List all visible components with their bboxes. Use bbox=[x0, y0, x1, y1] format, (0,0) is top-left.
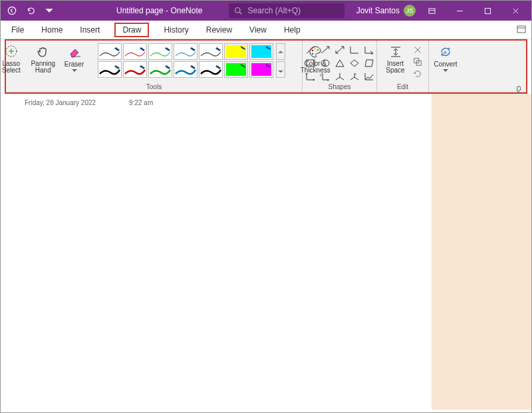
ribbon-highlight: I Type Lasso Select Panning Hand Eraser bbox=[5, 39, 527, 94]
highlighter-magenta[interactable] bbox=[249, 61, 273, 78]
lasso-select-button[interactable]: Lasso Select bbox=[0, 43, 25, 75]
highlighter-cyan[interactable] bbox=[249, 43, 273, 60]
shape-elbow[interactable] bbox=[348, 45, 360, 55]
collapse-ribbon-icon[interactable] bbox=[517, 25, 526, 36]
search-box[interactable]: Search (Alt+Q) bbox=[229, 3, 344, 18]
convert-label: Convert bbox=[434, 61, 458, 68]
convert-button[interactable]: a Convert bbox=[432, 43, 460, 74]
highlighter-yellow[interactable] bbox=[224, 43, 248, 60]
shapes-group-label: Shapes bbox=[329, 82, 351, 90]
pen-thin-black[interactable] bbox=[98, 43, 122, 60]
chevron-down-icon bbox=[443, 69, 448, 72]
page-area: Friday, 28 January 2022 9:22 am bbox=[1, 94, 531, 410]
menu-view[interactable]: View bbox=[247, 23, 269, 37]
hand-icon bbox=[36, 45, 51, 59]
shape-axes-2d-labeled[interactable]: yx bbox=[319, 71, 331, 82]
tools-group: I Type Lasso Select Panning Hand Eraser bbox=[6, 41, 303, 92]
page-date: Friday, 28 January 2022 bbox=[25, 99, 96, 106]
pen-thin-blue[interactable] bbox=[174, 43, 198, 60]
search-icon bbox=[234, 7, 242, 15]
page-canvas[interactable]: Friday, 28 January 2022 9:22 am bbox=[1, 94, 432, 410]
shape-double-arrow[interactable] bbox=[334, 45, 346, 55]
pan-label: Panning Hand bbox=[30, 61, 57, 74]
convert-icon: a bbox=[438, 45, 453, 59]
menu-help[interactable]: Help bbox=[281, 23, 303, 37]
svg-rect-11 bbox=[307, 60, 315, 67]
svg-text:y: y bbox=[320, 72, 322, 76]
draw-ribbon: I Type Lasso Select Panning Hand Eraser bbox=[6, 41, 526, 92]
pen-thick-green[interactable] bbox=[148, 61, 172, 78]
pen-gallery-up[interactable] bbox=[276, 43, 285, 60]
shape-elbow-arrow[interactable] bbox=[363, 45, 375, 55]
shapes-group: yx y Shapes bbox=[303, 41, 377, 92]
svg-text:y: y bbox=[355, 72, 356, 75]
shape-diamond[interactable] bbox=[348, 58, 360, 69]
search-placeholder: Search (Alt+Q) bbox=[247, 6, 301, 15]
chevron-down-icon bbox=[72, 69, 77, 72]
shape-arrow[interactable] bbox=[319, 45, 331, 55]
pen-thick-black2[interactable] bbox=[199, 61, 223, 78]
eraser-icon bbox=[67, 45, 82, 59]
user-avatar[interactable]: JS bbox=[404, 5, 416, 17]
delete-button[interactable] bbox=[412, 45, 424, 55]
back-icon[interactable] bbox=[5, 3, 19, 18]
convert-group: a Convert bbox=[429, 41, 462, 92]
eraser-label: Eraser bbox=[65, 61, 84, 68]
undo-icon[interactable] bbox=[23, 3, 38, 18]
minimize-button[interactable] bbox=[448, 1, 471, 21]
page-list-panel[interactable] bbox=[432, 94, 531, 410]
shape-triangle[interactable] bbox=[334, 58, 346, 69]
menu-history[interactable]: History bbox=[161, 23, 191, 37]
menu-bar: File Home Insert Draw History Review Vie… bbox=[1, 21, 531, 39]
highlighter-green[interactable] bbox=[224, 61, 248, 78]
shape-rect[interactable] bbox=[305, 58, 317, 69]
eraser-button[interactable]: Eraser bbox=[62, 43, 86, 74]
menu-home[interactable]: Home bbox=[39, 23, 65, 37]
shape-graph[interactable] bbox=[363, 71, 375, 82]
svg-point-0 bbox=[8, 7, 15, 14]
menu-draw[interactable]: Draw bbox=[114, 23, 149, 37]
pen-thin-black2[interactable] bbox=[199, 43, 223, 60]
insert-space-icon bbox=[388, 45, 403, 59]
page-time: 9:22 am bbox=[129, 99, 153, 106]
shape-axes-2d[interactable] bbox=[305, 71, 317, 82]
svg-point-1 bbox=[235, 8, 241, 13]
insert-space-label: Insert Space bbox=[385, 61, 406, 74]
pen-thin-green[interactable] bbox=[148, 43, 172, 60]
maximize-button[interactable] bbox=[475, 1, 499, 21]
lasso-label: Lasso Select bbox=[1, 61, 22, 74]
tools-group-label: Tools bbox=[146, 82, 162, 90]
svg-text:a: a bbox=[444, 49, 447, 55]
pen-thick-blue[interactable] bbox=[174, 61, 198, 78]
svg-rect-3 bbox=[485, 8, 490, 13]
arrange-button[interactable] bbox=[412, 57, 424, 67]
user-name[interactable]: Jovit Santos bbox=[356, 6, 400, 15]
menu-insert[interactable]: Insert bbox=[77, 23, 102, 37]
close-button[interactable] bbox=[503, 1, 527, 21]
shape-parallelogram[interactable] bbox=[363, 58, 375, 69]
svg-rect-2 bbox=[428, 8, 434, 13]
svg-point-12 bbox=[321, 60, 329, 67]
edit-group-label: Edit bbox=[397, 82, 408, 90]
rotate-button[interactable] bbox=[412, 69, 424, 79]
lasso-icon bbox=[4, 45, 19, 59]
edit-group: Insert Space Edit bbox=[377, 41, 429, 92]
menu-file[interactable]: File bbox=[9, 23, 27, 37]
shape-line[interactable] bbox=[305, 45, 317, 55]
shape-axes-3d[interactable] bbox=[334, 71, 346, 82]
insert-space-button[interactable]: Insert Space bbox=[382, 43, 409, 75]
ribbon-display-icon[interactable] bbox=[420, 1, 444, 21]
shape-oval[interactable] bbox=[319, 58, 331, 69]
panning-hand-button[interactable]: Panning Hand bbox=[27, 43, 59, 75]
title-bar: Untitled page - OneNote Search (Alt+Q) J… bbox=[1, 1, 531, 21]
qat-dropdown-icon[interactable] bbox=[42, 3, 57, 18]
menu-review[interactable]: Review bbox=[203, 23, 235, 37]
shape-axes-3d-labeled[interactable]: y bbox=[348, 71, 360, 82]
pen-thin-red[interactable] bbox=[123, 43, 147, 60]
pen-gallery bbox=[98, 43, 273, 78]
pen-gallery-more[interactable] bbox=[276, 61, 285, 78]
window-title: Untitled page - OneNote bbox=[116, 6, 202, 15]
pen-thick-red[interactable] bbox=[123, 61, 147, 78]
svg-rect-4 bbox=[517, 26, 525, 33]
pen-thick-black[interactable] bbox=[98, 61, 122, 78]
